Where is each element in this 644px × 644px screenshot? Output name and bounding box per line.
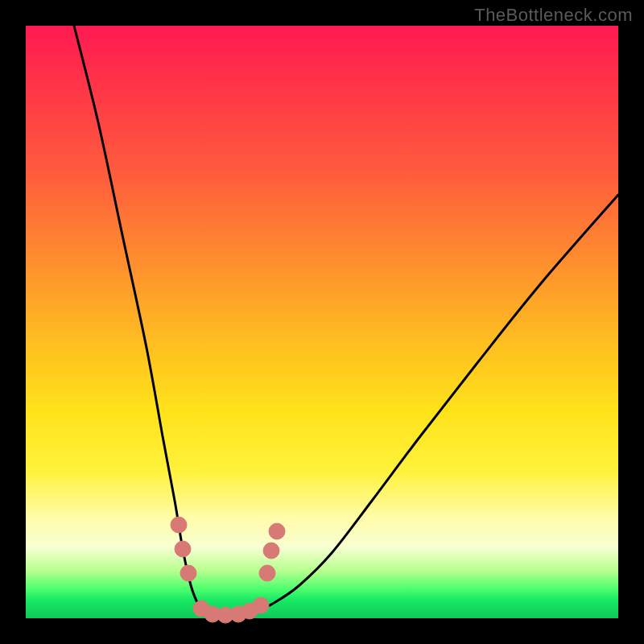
bottleneck-curve [74,26,618,615]
curve-marker [175,541,191,557]
curve-marker [253,597,269,613]
curve-marker [259,565,275,581]
curve-marker [171,517,187,533]
chart-frame: TheBottleneck.com [0,0,644,644]
curve-marker [269,523,285,539]
attribution-text: TheBottleneck.com [474,5,633,26]
curve-marker [263,543,279,559]
bottleneck-chart-svg [26,26,618,618]
curve-marker [180,565,196,581]
curve-markers [171,517,285,623]
